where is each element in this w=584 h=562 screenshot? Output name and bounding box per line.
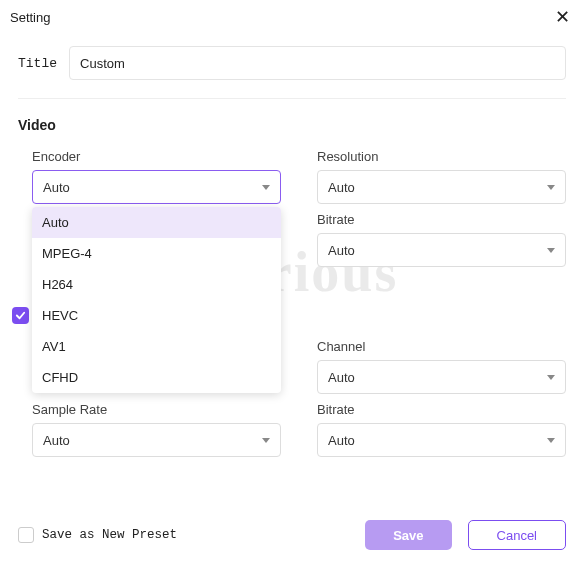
channel-select[interactable]: Auto <box>317 360 566 394</box>
video-bitrate-select-value: Auto <box>328 243 355 258</box>
section-checkbox[interactable] <box>12 307 29 324</box>
encoder-option-h264[interactable]: H264 <box>32 269 281 300</box>
close-icon[interactable]: ✕ <box>555 8 570 26</box>
encoder-option-av1[interactable]: AV1 <box>32 331 281 362</box>
channel-select-value: Auto <box>328 370 355 385</box>
encoder-option-cfhd[interactable]: CFHD <box>32 362 281 393</box>
encoder-select-value: Auto <box>43 180 70 195</box>
audio-bitrate-select[interactable]: Auto <box>317 423 566 457</box>
chevron-down-icon <box>547 248 555 253</box>
cancel-button[interactable]: Cancel <box>468 520 566 550</box>
save-preset-checkbox[interactable] <box>18 527 34 543</box>
video-bitrate-select[interactable]: Auto <box>317 233 566 267</box>
encoder-option-mpeg4[interactable]: MPEG-4 <box>32 238 281 269</box>
audio-bitrate-label: Bitrate <box>317 402 566 417</box>
sample-rate-select[interactable]: Auto <box>32 423 281 457</box>
sample-rate-select-value: Auto <box>43 433 70 448</box>
save-button[interactable]: Save <box>365 520 451 550</box>
sample-rate-label: Sample Rate <box>32 402 281 417</box>
channel-label: Channel <box>317 339 566 354</box>
check-icon <box>15 310 26 321</box>
video-section-title: Video <box>0 99 584 141</box>
encoder-select[interactable]: Auto <box>32 170 281 204</box>
resolution-label: Resolution <box>317 149 566 164</box>
dialog-title: Setting <box>10 10 50 25</box>
encoder-option-hevc[interactable]: HEVC <box>32 300 281 331</box>
chevron-down-icon <box>262 185 270 190</box>
encoder-option-auto[interactable]: Auto <box>32 207 281 238</box>
encoder-label: Encoder <box>32 149 281 164</box>
chevron-down-icon <box>262 438 270 443</box>
resolution-select[interactable]: Auto <box>317 170 566 204</box>
chevron-down-icon <box>547 375 555 380</box>
video-bitrate-label: Bitrate <box>317 212 566 227</box>
title-input[interactable] <box>69 46 566 80</box>
title-field-label: Title <box>18 56 57 71</box>
chevron-down-icon <box>547 185 555 190</box>
audio-bitrate-select-value: Auto <box>328 433 355 448</box>
chevron-down-icon <box>547 438 555 443</box>
resolution-select-value: Auto <box>328 180 355 195</box>
encoder-dropdown: Auto MPEG-4 H264 HEVC AV1 CFHD <box>32 207 281 393</box>
save-preset-label: Save as New Preset <box>42 528 177 542</box>
